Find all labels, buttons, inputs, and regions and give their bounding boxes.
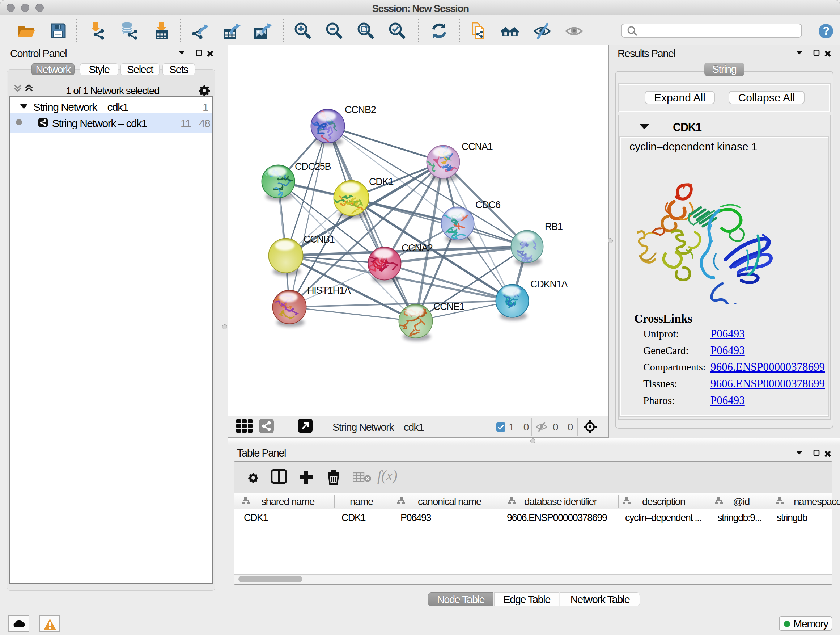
svg-text:CCNA2: CCNA2 xyxy=(401,242,433,253)
svg-text:CDC25B: CDC25B xyxy=(295,161,331,172)
svg-text:CDKN1A: CDKN1A xyxy=(531,279,568,290)
svg-text:?: ? xyxy=(823,25,829,37)
svg-text:CDK1: CDK1 xyxy=(369,176,393,187)
svg-text:CCNE1: CCNE1 xyxy=(433,301,464,312)
svg-text:RB1: RB1 xyxy=(545,221,562,232)
svg-text:CDC6: CDC6 xyxy=(475,200,500,211)
svg-text:CCNB2: CCNB2 xyxy=(345,104,376,115)
svg-text:CCNA1: CCNA1 xyxy=(462,141,493,152)
svg-text:CCNB1: CCNB1 xyxy=(303,234,335,245)
svg-text:HIST1H1A: HIST1H1A xyxy=(307,285,351,296)
